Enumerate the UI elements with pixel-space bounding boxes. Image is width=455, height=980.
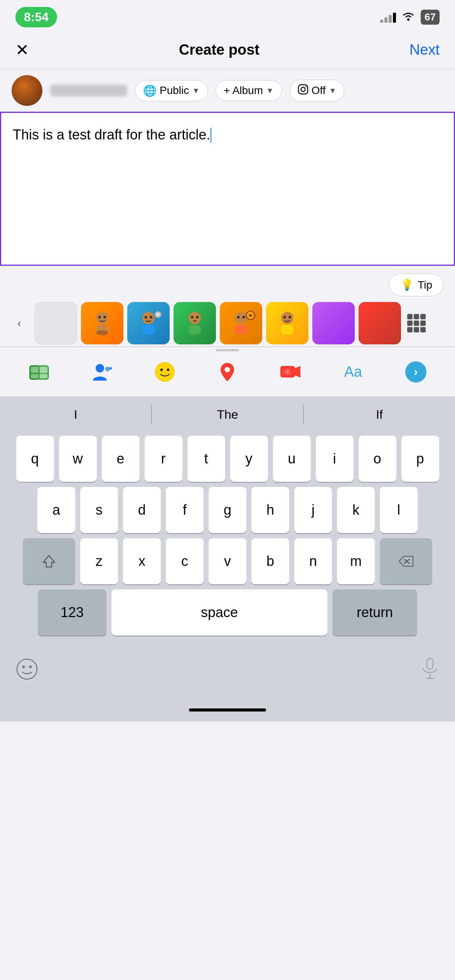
key-h[interactable]: h xyxy=(251,487,289,533)
bottom-sheet-handle-area: Aa › xyxy=(0,346,455,397)
next-button[interactable]: Next xyxy=(410,42,440,58)
key-f[interactable]: f xyxy=(166,487,204,533)
key-numbers[interactable]: 123 xyxy=(38,589,106,636)
signal-icon xyxy=(380,11,396,23)
suggestion-1[interactable]: I xyxy=(0,397,151,432)
user-name xyxy=(50,85,127,96)
svg-point-36 xyxy=(155,362,174,381)
key-u[interactable]: u xyxy=(273,436,311,482)
public-dropdown[interactable]: 🌐 Public ▼ xyxy=(135,80,208,101)
svg-point-37 xyxy=(160,368,163,371)
key-w[interactable]: w xyxy=(59,436,97,482)
toolbar-font-button[interactable]: Aa xyxy=(338,356,369,387)
svg-marker-43 xyxy=(295,366,300,378)
album-dropdown[interactable]: + Album ▼ xyxy=(216,80,282,101)
tip-area: 💡 Tip xyxy=(0,266,455,300)
key-i[interactable]: i xyxy=(316,436,354,482)
sticker-prev-button[interactable]: ‹ xyxy=(8,312,31,335)
keyboard-row-3: z x c v b n m xyxy=(3,538,452,584)
toolbar-camera-button[interactable] xyxy=(275,356,306,387)
key-j[interactable]: j xyxy=(294,487,332,533)
toolbar-more-button[interactable]: › xyxy=(400,356,431,387)
suggestion-3[interactable]: If xyxy=(304,397,455,432)
post-text-area[interactable]: This is a test draft for the article. xyxy=(0,112,455,266)
instagram-icon xyxy=(298,84,308,97)
svg-point-39 xyxy=(225,367,230,372)
toolbar-emoji-button[interactable] xyxy=(149,356,180,387)
key-q[interactable]: q xyxy=(16,436,54,482)
key-o[interactable]: o xyxy=(359,436,396,482)
svg-rect-1 xyxy=(298,85,308,94)
key-x[interactable]: x xyxy=(123,538,161,584)
svg-point-13 xyxy=(155,311,162,318)
sticker-row: ‹ xyxy=(0,300,455,346)
svg-point-3 xyxy=(305,86,306,87)
key-r[interactable]: r xyxy=(145,436,182,482)
key-l[interactable]: l xyxy=(380,487,418,533)
svg-rect-30 xyxy=(40,367,47,373)
svg-point-0 xyxy=(407,18,410,21)
key-y[interactable]: y xyxy=(230,436,268,482)
svg-point-17 xyxy=(196,316,199,319)
svg-point-16 xyxy=(191,316,194,319)
toolbar-location-button[interactable] xyxy=(212,356,243,387)
key-g[interactable]: g xyxy=(209,487,246,533)
microphone-button[interactable] xyxy=(420,658,440,685)
svg-point-23 xyxy=(281,312,293,324)
key-backspace[interactable] xyxy=(380,538,432,584)
sticker-item-1[interactable] xyxy=(81,302,123,344)
close-button[interactable]: ✕ xyxy=(15,40,29,59)
caret-icon: ▼ xyxy=(192,86,200,95)
svg-point-14 xyxy=(189,312,201,324)
sticker-item-3[interactable] xyxy=(174,302,216,344)
svg-rect-10 xyxy=(142,325,155,335)
key-d[interactable]: d xyxy=(123,487,161,533)
sticker-item-4[interactable] xyxy=(220,302,262,344)
tip-button[interactable]: 💡 Tip xyxy=(389,274,443,296)
nav-bar: ✕ Create post Next xyxy=(0,31,455,69)
keyboard-row-2: a s d f g h j k l xyxy=(3,487,452,533)
sticker-item-empty[interactable] xyxy=(35,302,77,344)
sticker-item-2[interactable] xyxy=(127,302,170,344)
key-s[interactable]: s xyxy=(80,487,118,533)
svg-point-47 xyxy=(17,659,37,679)
svg-rect-15 xyxy=(189,325,201,335)
svg-point-6 xyxy=(98,316,101,319)
key-b[interactable]: b xyxy=(251,538,289,584)
svg-point-34 xyxy=(105,367,110,371)
toolbar-photo-button[interactable] xyxy=(24,356,54,387)
key-z[interactable]: z xyxy=(80,538,118,584)
instagram-dropdown[interactable]: Off ▼ xyxy=(290,80,345,102)
svg-point-8 xyxy=(96,330,108,336)
suggestion-2[interactable]: The xyxy=(152,397,303,432)
sheet-handle xyxy=(216,349,239,351)
toolbar-tag-people-button[interactable] xyxy=(86,356,117,387)
key-m[interactable]: m xyxy=(337,538,375,584)
avatar xyxy=(12,75,42,106)
key-c[interactable]: c xyxy=(166,538,204,584)
key-e[interactable]: e xyxy=(102,436,140,482)
svg-rect-29 xyxy=(31,367,39,373)
key-t[interactable]: t xyxy=(187,436,225,482)
key-space[interactable]: space xyxy=(111,589,327,636)
status-bar: 8:54 67 xyxy=(0,0,455,31)
emoji-keyboard-button[interactable] xyxy=(15,658,39,686)
key-v[interactable]: v xyxy=(209,538,246,584)
key-shift[interactable] xyxy=(23,538,75,584)
svg-point-26 xyxy=(288,316,291,319)
key-n[interactable]: n xyxy=(294,538,332,584)
svg-point-21 xyxy=(242,316,245,319)
svg-point-44 xyxy=(286,371,289,373)
key-p[interactable]: p xyxy=(401,436,439,482)
sticker-item-5[interactable] xyxy=(266,302,308,344)
svg-point-12 xyxy=(150,316,152,319)
post-toolbar: Aa › xyxy=(0,347,455,397)
sticker-item-6[interactable] xyxy=(312,302,355,344)
key-a[interactable]: a xyxy=(37,487,75,533)
svg-rect-32 xyxy=(40,374,47,378)
key-return[interactable]: return xyxy=(332,589,417,636)
key-k[interactable]: k xyxy=(337,487,375,533)
sticker-item-7[interactable] xyxy=(359,302,401,344)
sticker-grid-button[interactable] xyxy=(405,312,428,335)
svg-rect-50 xyxy=(427,658,433,669)
